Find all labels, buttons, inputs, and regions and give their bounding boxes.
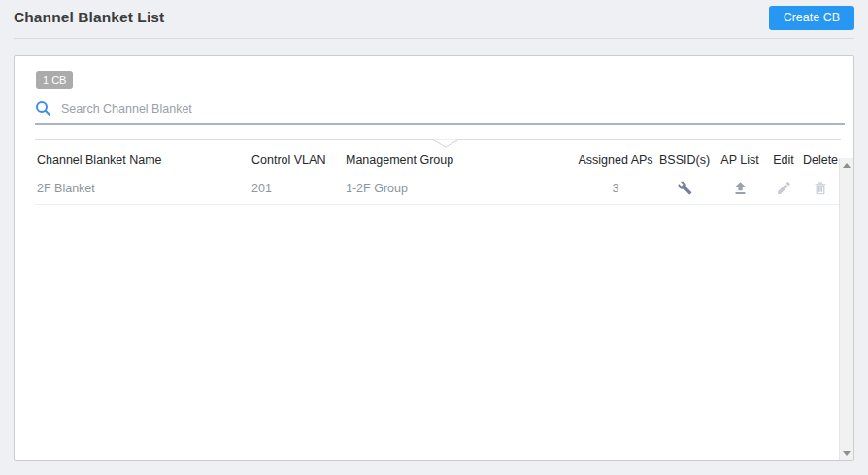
table-top-divider bbox=[35, 139, 841, 148]
col-header-bssid: BSSID(s) bbox=[656, 153, 713, 167]
page-header: Channel Blanket List Create CB bbox=[0, 0, 868, 30]
create-cb-button[interactable]: Create CB bbox=[769, 6, 854, 30]
scroll-down-icon[interactable] bbox=[843, 451, 851, 456]
table-scrollbar[interactable] bbox=[839, 158, 853, 460]
col-header-assigned-aps: Assigned APs bbox=[575, 153, 656, 167]
search-bar bbox=[35, 100, 845, 125]
pencil-icon bbox=[776, 180, 792, 196]
col-header-control-vlan: Control VLAN bbox=[251, 153, 346, 167]
cell-name: 2F Blanket bbox=[35, 182, 251, 195]
search-input[interactable] bbox=[61, 100, 845, 118]
cell-control-vlan: 201 bbox=[251, 182, 346, 195]
page-title: Channel Blanket List bbox=[14, 9, 164, 26]
table-header-row: Channel Blanket Name Control VLAN Manage… bbox=[35, 148, 841, 173]
upload-icon bbox=[732, 180, 749, 196]
channel-blanket-table: Channel Blanket Name Control VLAN Manage… bbox=[35, 139, 841, 458]
cell-management-group: 1-2F Group bbox=[346, 182, 575, 195]
col-header-name: Channel Blanket Name bbox=[35, 153, 251, 167]
col-header-management-group: Management Group bbox=[346, 153, 575, 167]
cb-count-badge: 1 CB bbox=[36, 71, 73, 89]
trash-icon bbox=[813, 181, 828, 196]
table-body: 2F Blanket 201 1-2F Group 3 bbox=[35, 173, 841, 458]
col-header-ap-list: AP List bbox=[713, 153, 767, 167]
ap-list-button[interactable] bbox=[732, 180, 749, 196]
edit-button[interactable] bbox=[776, 180, 792, 196]
header-divider bbox=[14, 38, 854, 39]
channel-blanket-panel: 1 CB Channel Blanket Name Control VLAN M… bbox=[14, 55, 854, 461]
bssid-button[interactable] bbox=[678, 181, 692, 195]
delete-button[interactable] bbox=[813, 181, 828, 196]
col-header-edit: Edit bbox=[767, 153, 800, 167]
wrench-icon bbox=[678, 181, 692, 195]
notch-chevron-icon bbox=[433, 139, 458, 148]
table-row: 2F Blanket 201 1-2F Group 3 bbox=[35, 173, 841, 205]
col-header-delete: Delete bbox=[800, 153, 841, 167]
cell-assigned-aps: 3 bbox=[575, 182, 656, 195]
scroll-up-icon[interactable] bbox=[843, 163, 851, 168]
search-icon bbox=[35, 100, 51, 117]
